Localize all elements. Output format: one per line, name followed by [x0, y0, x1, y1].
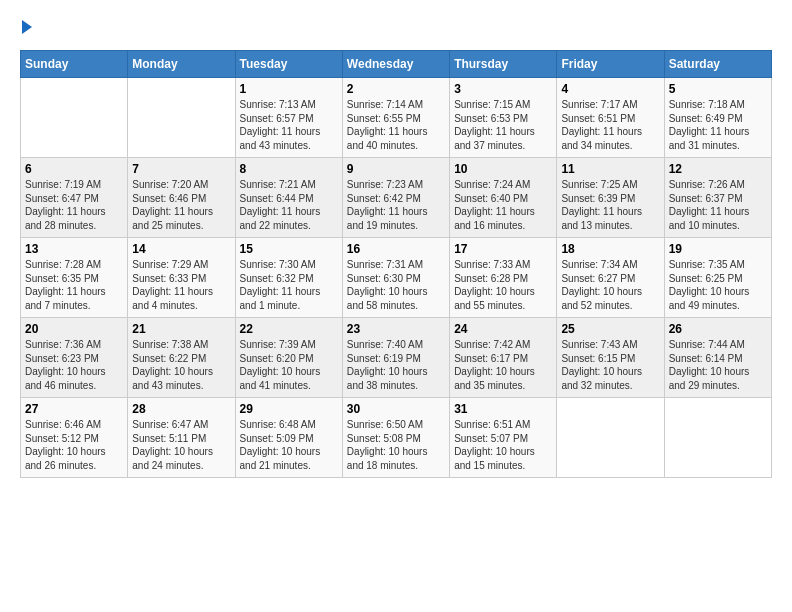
- column-header-friday: Friday: [557, 51, 664, 78]
- cell-info: Sunrise: 7:18 AMSunset: 6:49 PMDaylight:…: [669, 98, 767, 152]
- cell-info: Sunrise: 7:40 AMSunset: 6:19 PMDaylight:…: [347, 338, 445, 392]
- calendar-week-row: 6Sunrise: 7:19 AMSunset: 6:47 PMDaylight…: [21, 158, 772, 238]
- calendar-cell: 21Sunrise: 7:38 AMSunset: 6:22 PMDayligh…: [128, 318, 235, 398]
- calendar-cell: 4Sunrise: 7:17 AMSunset: 6:51 PMDaylight…: [557, 78, 664, 158]
- day-number: 10: [454, 162, 552, 176]
- cell-info: Sunrise: 7:21 AMSunset: 6:44 PMDaylight:…: [240, 178, 338, 232]
- day-number: 5: [669, 82, 767, 96]
- calendar-cell: 14Sunrise: 7:29 AMSunset: 6:33 PMDayligh…: [128, 238, 235, 318]
- column-header-monday: Monday: [128, 51, 235, 78]
- calendar-cell: 1Sunrise: 7:13 AMSunset: 6:57 PMDaylight…: [235, 78, 342, 158]
- calendar-cell: 13Sunrise: 7:28 AMSunset: 6:35 PMDayligh…: [21, 238, 128, 318]
- day-number: 1: [240, 82, 338, 96]
- calendar-cell: 26Sunrise: 7:44 AMSunset: 6:14 PMDayligh…: [664, 318, 771, 398]
- day-number: 16: [347, 242, 445, 256]
- calendar-header-row: SundayMondayTuesdayWednesdayThursdayFrid…: [21, 51, 772, 78]
- cell-info: Sunrise: 6:51 AMSunset: 5:07 PMDaylight:…: [454, 418, 552, 472]
- day-number: 23: [347, 322, 445, 336]
- cell-info: Sunrise: 7:43 AMSunset: 6:15 PMDaylight:…: [561, 338, 659, 392]
- calendar-cell: 27Sunrise: 6:46 AMSunset: 5:12 PMDayligh…: [21, 398, 128, 478]
- day-number: 26: [669, 322, 767, 336]
- day-number: 14: [132, 242, 230, 256]
- column-header-tuesday: Tuesday: [235, 51, 342, 78]
- cell-info: Sunrise: 7:17 AMSunset: 6:51 PMDaylight:…: [561, 98, 659, 152]
- calendar-week-row: 1Sunrise: 7:13 AMSunset: 6:57 PMDaylight…: [21, 78, 772, 158]
- day-number: 25: [561, 322, 659, 336]
- calendar-cell: 16Sunrise: 7:31 AMSunset: 6:30 PMDayligh…: [342, 238, 449, 318]
- calendar-cell: 30Sunrise: 6:50 AMSunset: 5:08 PMDayligh…: [342, 398, 449, 478]
- cell-info: Sunrise: 7:30 AMSunset: 6:32 PMDaylight:…: [240, 258, 338, 312]
- day-number: 13: [25, 242, 123, 256]
- page-header: [20, 20, 772, 34]
- calendar-cell: 18Sunrise: 7:34 AMSunset: 6:27 PMDayligh…: [557, 238, 664, 318]
- day-number: 27: [25, 402, 123, 416]
- cell-info: Sunrise: 7:23 AMSunset: 6:42 PMDaylight:…: [347, 178, 445, 232]
- calendar-cell: 19Sunrise: 7:35 AMSunset: 6:25 PMDayligh…: [664, 238, 771, 318]
- calendar-cell: 2Sunrise: 7:14 AMSunset: 6:55 PMDaylight…: [342, 78, 449, 158]
- cell-info: Sunrise: 7:20 AMSunset: 6:46 PMDaylight:…: [132, 178, 230, 232]
- calendar-cell: 5Sunrise: 7:18 AMSunset: 6:49 PMDaylight…: [664, 78, 771, 158]
- day-number: 15: [240, 242, 338, 256]
- column-header-thursday: Thursday: [450, 51, 557, 78]
- calendar-cell: 12Sunrise: 7:26 AMSunset: 6:37 PMDayligh…: [664, 158, 771, 238]
- calendar-cell: [664, 398, 771, 478]
- cell-info: Sunrise: 7:44 AMSunset: 6:14 PMDaylight:…: [669, 338, 767, 392]
- calendar-week-row: 13Sunrise: 7:28 AMSunset: 6:35 PMDayligh…: [21, 238, 772, 318]
- cell-info: Sunrise: 7:28 AMSunset: 6:35 PMDaylight:…: [25, 258, 123, 312]
- column-header-wednesday: Wednesday: [342, 51, 449, 78]
- day-number: 30: [347, 402, 445, 416]
- day-number: 2: [347, 82, 445, 96]
- day-number: 21: [132, 322, 230, 336]
- calendar-cell: 22Sunrise: 7:39 AMSunset: 6:20 PMDayligh…: [235, 318, 342, 398]
- calendar-cell: 25Sunrise: 7:43 AMSunset: 6:15 PMDayligh…: [557, 318, 664, 398]
- day-number: 24: [454, 322, 552, 336]
- cell-info: Sunrise: 7:19 AMSunset: 6:47 PMDaylight:…: [25, 178, 123, 232]
- cell-info: Sunrise: 7:24 AMSunset: 6:40 PMDaylight:…: [454, 178, 552, 232]
- calendar-cell: 3Sunrise: 7:15 AMSunset: 6:53 PMDaylight…: [450, 78, 557, 158]
- cell-info: Sunrise: 7:42 AMSunset: 6:17 PMDaylight:…: [454, 338, 552, 392]
- calendar-cell: 6Sunrise: 7:19 AMSunset: 6:47 PMDaylight…: [21, 158, 128, 238]
- cell-info: Sunrise: 7:33 AMSunset: 6:28 PMDaylight:…: [454, 258, 552, 312]
- column-header-saturday: Saturday: [664, 51, 771, 78]
- day-number: 18: [561, 242, 659, 256]
- calendar-cell: 9Sunrise: 7:23 AMSunset: 6:42 PMDaylight…: [342, 158, 449, 238]
- calendar-cell: 23Sunrise: 7:40 AMSunset: 6:19 PMDayligh…: [342, 318, 449, 398]
- calendar-cell: 8Sunrise: 7:21 AMSunset: 6:44 PMDaylight…: [235, 158, 342, 238]
- day-number: 28: [132, 402, 230, 416]
- calendar-cell: 29Sunrise: 6:48 AMSunset: 5:09 PMDayligh…: [235, 398, 342, 478]
- calendar-cell: [557, 398, 664, 478]
- calendar-cell: 24Sunrise: 7:42 AMSunset: 6:17 PMDayligh…: [450, 318, 557, 398]
- calendar-cell: 28Sunrise: 6:47 AMSunset: 5:11 PMDayligh…: [128, 398, 235, 478]
- day-number: 22: [240, 322, 338, 336]
- day-number: 31: [454, 402, 552, 416]
- cell-info: Sunrise: 7:26 AMSunset: 6:37 PMDaylight:…: [669, 178, 767, 232]
- calendar-week-row: 20Sunrise: 7:36 AMSunset: 6:23 PMDayligh…: [21, 318, 772, 398]
- day-number: 20: [25, 322, 123, 336]
- cell-info: Sunrise: 6:47 AMSunset: 5:11 PMDaylight:…: [132, 418, 230, 472]
- cell-info: Sunrise: 7:29 AMSunset: 6:33 PMDaylight:…: [132, 258, 230, 312]
- cell-info: Sunrise: 7:38 AMSunset: 6:22 PMDaylight:…: [132, 338, 230, 392]
- calendar-cell: 15Sunrise: 7:30 AMSunset: 6:32 PMDayligh…: [235, 238, 342, 318]
- cell-info: Sunrise: 7:39 AMSunset: 6:20 PMDaylight:…: [240, 338, 338, 392]
- cell-info: Sunrise: 7:35 AMSunset: 6:25 PMDaylight:…: [669, 258, 767, 312]
- cell-info: Sunrise: 6:48 AMSunset: 5:09 PMDaylight:…: [240, 418, 338, 472]
- day-number: 7: [132, 162, 230, 176]
- calendar-cell: 20Sunrise: 7:36 AMSunset: 6:23 PMDayligh…: [21, 318, 128, 398]
- calendar-cell: [128, 78, 235, 158]
- cell-info: Sunrise: 7:31 AMSunset: 6:30 PMDaylight:…: [347, 258, 445, 312]
- calendar-table: SundayMondayTuesdayWednesdayThursdayFrid…: [20, 50, 772, 478]
- calendar-cell: 7Sunrise: 7:20 AMSunset: 6:46 PMDaylight…: [128, 158, 235, 238]
- day-number: 12: [669, 162, 767, 176]
- cell-info: Sunrise: 7:15 AMSunset: 6:53 PMDaylight:…: [454, 98, 552, 152]
- cell-info: Sunrise: 6:46 AMSunset: 5:12 PMDaylight:…: [25, 418, 123, 472]
- day-number: 11: [561, 162, 659, 176]
- calendar-cell: [21, 78, 128, 158]
- day-number: 4: [561, 82, 659, 96]
- calendar-cell: 17Sunrise: 7:33 AMSunset: 6:28 PMDayligh…: [450, 238, 557, 318]
- calendar-cell: 11Sunrise: 7:25 AMSunset: 6:39 PMDayligh…: [557, 158, 664, 238]
- day-number: 8: [240, 162, 338, 176]
- cell-info: Sunrise: 7:13 AMSunset: 6:57 PMDaylight:…: [240, 98, 338, 152]
- day-number: 9: [347, 162, 445, 176]
- cell-info: Sunrise: 6:50 AMSunset: 5:08 PMDaylight:…: [347, 418, 445, 472]
- day-number: 6: [25, 162, 123, 176]
